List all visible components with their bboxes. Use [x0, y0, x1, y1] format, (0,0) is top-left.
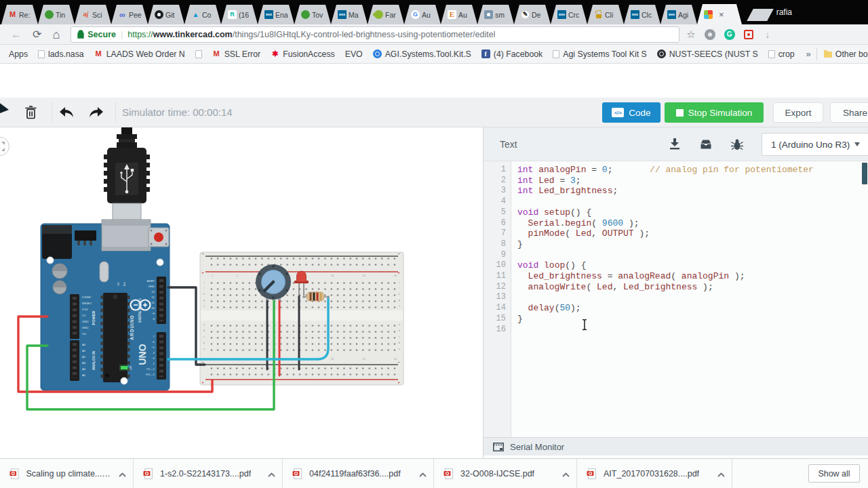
scrollbar-thumb[interactable]: [862, 163, 867, 184]
browser-tab-13[interactable]: sm: [477, 5, 514, 24]
library-archive-icon[interactable]: [699, 138, 713, 151]
stop-simulation-button[interactable]: Stop Simulation: [665, 102, 764, 123]
browser-tab-9[interactable]: IEEEMa: [331, 5, 368, 24]
home-icon[interactable]: ⌂: [52, 28, 60, 41]
arduino-uno-board[interactable]: IOREFRESET3.3V5VGNDGNDVinA0A1A2A3A4A5ARE…: [41, 220, 170, 390]
browser-tab-18[interactable]: IEEEAgi: [660, 5, 697, 24]
bookmark-item-11[interactable]: crop: [768, 49, 795, 59]
back-icon[interactable]: ←: [11, 29, 22, 40]
bookmark-item-1[interactable]: lads.nasa: [38, 49, 84, 59]
bookmark-item-0[interactable]: Apps: [9, 49, 28, 59]
download-item-4[interactable]: AIT_201707031628....pdf: [577, 459, 732, 488]
bookmark-item-6[interactable]: EVO: [345, 49, 363, 59]
browser-tab-1[interactable]: Tin: [38, 5, 75, 24]
new-tab-button[interactable]: [747, 9, 774, 21]
export-button[interactable]: Export: [773, 102, 823, 123]
bookmark-item-3[interactable]: [195, 50, 202, 58]
bookmark-item-7[interactable]: AGI.Systems.Tool.Kit.S: [373, 49, 471, 59]
chevron-up-icon[interactable]: [562, 468, 570, 480]
other-bookmarks[interactable]: Other bookmarks: [824, 49, 868, 59]
download-item-2[interactable]: 04f24119faaf63f36....pdf: [283, 459, 434, 488]
grammarly-icon[interactable]: G: [724, 29, 735, 40]
svg-text:A4: A4: [82, 367, 86, 371]
code-line-4: [517, 197, 868, 207]
delete-icon[interactable]: [24, 105, 37, 120]
show-all-downloads-button[interactable]: Show all: [808, 464, 860, 483]
pdf-icon: [9, 468, 20, 479]
bookmark-star-icon[interactable]: ☆: [686, 28, 695, 41]
browser-tab-15[interactable]: IEEECrc: [551, 5, 587, 24]
shield-extension-icon[interactable]: [744, 30, 753, 39]
browser-tab-7[interactable]: IEEEEna: [258, 5, 294, 24]
svg-text:~10: ~10: [150, 306, 155, 310]
sciencedirect-icon: aj: [81, 10, 90, 19]
browser-tab-8[interactable]: Tov: [294, 5, 331, 24]
address-bar[interactable]: Secure | https://www.tinkercad.com/thing…: [71, 26, 679, 43]
code-mode-select[interactable]: Text: [500, 139, 517, 150]
lock-icon: [77, 30, 84, 39]
bookmarks-overflow-chevron[interactable]: »: [806, 49, 811, 59]
bookmark-item-2[interactable]: MLAADS Web Order N: [94, 49, 185, 59]
board-select-dropdown[interactable]: 1 (Arduino Uno R3): [762, 133, 868, 156]
browser-tab-12[interactable]: EAu: [441, 5, 477, 24]
code-text-area[interactable]: int analogPin = 0; // analog pin for pot…: [511, 161, 868, 437]
svg-text:TX→1: TX→1: [146, 367, 155, 371]
extension-wheel-icon[interactable]: [705, 29, 715, 40]
pen-icon: ✎: [521, 10, 530, 19]
browser-tab-14[interactable]: ✎De: [514, 5, 551, 24]
pdf-icon: [143, 468, 154, 479]
browser-tab-5[interactable]: ▲Co: [184, 5, 221, 24]
browser-tab-17[interactable]: IEEEClc: [624, 5, 660, 24]
bookmark-item-4[interactable]: MSSL Error: [212, 49, 261, 59]
line-number-gutter: 12345678910111213141516: [484, 161, 511, 437]
browser-tab-0[interactable]: MRe:: [1, 5, 38, 24]
svg-text:UNO: UNO: [137, 344, 148, 365]
debug-bug-icon[interactable]: [730, 138, 744, 151]
wire-black-gnd[interactable]: [168, 287, 205, 365]
tinkercad-header: INERAD Control Led brightness using pote…: [0, 64, 868, 98]
bookmark-item-5[interactable]: ✱FusionAccess: [271, 49, 335, 59]
browser-tab-16[interactable]: Cli: [587, 5, 624, 24]
browser-profile-name[interactable]: rafia: [776, 7, 792, 17]
github-icon: [155, 10, 163, 19]
code-line-1: int analogPin = 0; // analog pin for pot…: [517, 165, 868, 176]
url-path: /things/1u8IGHtqLKy-control-led-brightne…: [233, 30, 496, 39]
browser-tab-3[interactable]: ∞Pee: [111, 5, 148, 24]
svg-text:5V: 5V: [82, 314, 85, 317]
downloads-bar: Scaling up climate....pdf1-s2.0-S2214317…: [0, 458, 868, 488]
usb-cable[interactable]: [104, 127, 150, 221]
active-tab-tinkercad[interactable]: ×: [697, 4, 742, 24]
bookmark-item-10[interactable]: NUST-SEECS (NUST S: [657, 49, 758, 59]
refresh-icon[interactable]: ⟳: [33, 29, 41, 40]
chevron-up-icon[interactable]: [717, 468, 725, 480]
download-item-3[interactable]: 32-O008-IJCSE.pdf: [434, 459, 577, 488]
chevron-up-icon[interactable]: [268, 468, 275, 480]
download-code-icon[interactable]: [668, 138, 682, 151]
download-extension-icon[interactable]: ↓: [762, 29, 773, 40]
facebook-icon: f: [481, 49, 490, 58]
undo-icon[interactable]: [58, 106, 75, 119]
bookmark-item-8[interactable]: f(4) Facebook: [481, 49, 542, 59]
chevron-up-icon[interactable]: [419, 468, 427, 480]
svg-text:Vin: Vin: [82, 332, 87, 336]
close-tab-icon[interactable]: ×: [719, 10, 724, 19]
download-item-0[interactable]: Scaling up climate....pdf: [0, 459, 134, 488]
download-item-1[interactable]: 1-s2.0-S22143173....pdf: [134, 459, 283, 488]
svg-text:12: 12: [151, 296, 155, 299]
code-button[interactable]: </> Code: [602, 102, 660, 123]
gmail-icon: M: [8, 10, 17, 19]
browser-tab-6[interactable]: R(16: [221, 5, 258, 24]
serial-monitor-bar[interactable]: Serial Monitor: [484, 437, 868, 455]
redo-icon[interactable]: [88, 106, 104, 119]
svg-text:3.3V: 3.3V: [82, 308, 88, 311]
browser-tab-4[interactable]: Git: [148, 5, 184, 24]
browser-tab-10[interactable]: Far: [368, 5, 404, 24]
folder-icon: [824, 52, 832, 58]
browser-tab-2[interactable]: ajSci: [75, 5, 111, 24]
chevron-up-icon[interactable]: [119, 468, 126, 480]
bookmark-item-9[interactable]: Agi Systems Tool Kit S: [553, 49, 646, 59]
browser-tab-11[interactable]: GAu: [404, 5, 441, 24]
circuit-canvas[interactable]: jjiihhggffeeddccbbaa11551010151520202525…: [0, 127, 483, 458]
share-button[interactable]: Share: [830, 102, 868, 123]
svg-text:20: 20: [331, 357, 334, 361]
